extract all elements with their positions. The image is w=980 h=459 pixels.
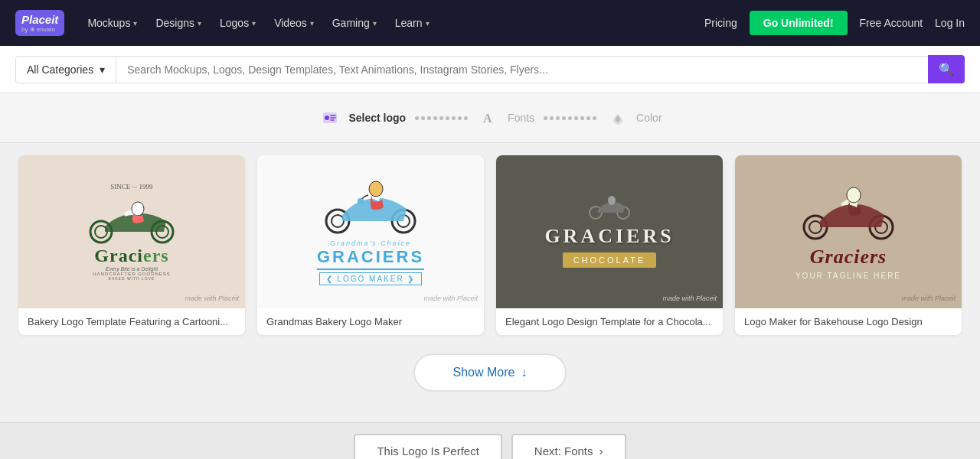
pricing-link[interactable]: Pricing [704,17,737,29]
chevron-down-icon: ▾ [426,19,430,28]
logo-subtext: by ⊕ envato [21,26,55,33]
card-image-3: GRACIERS CHOCOLATE made with Placeit [496,155,723,308]
chevron-down-icon: ▾ [133,19,137,28]
login-link[interactable]: Log In [935,17,965,29]
logo-text: Placeit [21,13,58,26]
nav-menu: Mockups ▾ Designs ▾ Logos ▾ Videos ▾ Gam… [80,11,698,35]
nav-item-learn[interactable]: Learn ▾ [387,11,437,35]
search-input-wrapper [116,56,928,83]
card-title-3: Elegant Logo Design Template for a Choco… [496,308,723,335]
logo[interactable]: Placeit by ⊕ envato [15,10,64,36]
search-bar: All Categories ▾ 🔍 [0,46,980,93]
chevron-right-icon: › [599,444,603,457]
search-icon: 🔍 [939,63,954,76]
nav-item-videos[interactable]: Videos ▾ [266,11,322,35]
svg-point-22 [847,187,861,203]
navbar: Placeit by ⊕ envato Mockups ▾ Designs ▾ … [0,0,980,46]
nav-item-mockups[interactable]: Mockups ▾ [80,11,145,35]
next-fonts-button[interactable]: Next: Fonts › [511,434,626,459]
nav-item-logos[interactable]: Logos ▾ [212,11,263,35]
svg-point-8 [132,202,144,216]
watermark-4: made with Placeit [901,295,956,302]
chevron-down-icon: ▾ [310,19,314,28]
chevron-down-icon: ▾ [252,19,256,28]
step-label-color: Color [636,112,662,124]
svg-point-1 [325,116,329,120]
card-4[interactable]: Graciers YOUR TAGLINE HERE made with Pla… [735,155,962,335]
show-more-area: Show More ↓ [18,353,962,392]
category-dropdown[interactable]: All Categories ▾ [15,56,116,83]
svg-point-13 [369,181,383,197]
svg-text:A: A [483,112,492,125]
step-label-fonts: Fonts [508,112,534,124]
chevron-down-icon: ▾ [198,19,201,28]
search-button[interactable]: 🔍 [928,55,965,83]
svg-point-19 [809,221,822,233]
this-logo-perfect-button[interactable]: This Logo Is Perfect [354,434,501,459]
card-1[interactable]: SINCE ··· 1999 [18,155,245,335]
step-dots-1 [415,116,468,120]
chevron-down-icon: ▾ [373,19,377,28]
go-unlimited-button[interactable]: Go Unlimited! [750,11,848,35]
down-arrow-icon: ↓ [521,366,527,379]
card-3[interactable]: GRACIERS CHOCOLATE made with Placeit Ele… [496,155,723,335]
main-content: SINCE ··· 1999 [0,143,980,422]
chevron-down-icon: ▾ [100,63,105,76]
card-title-4: Logo Maker for Bakehouse Logo Design [735,308,962,335]
card-image-1: SINCE ··· 1999 [18,155,245,308]
cards-grid: SINCE ··· 1999 [18,155,962,335]
step-color[interactable]: Color [606,106,662,130]
card-title-2: Grandmas Bakery Logo Maker [257,308,484,335]
nav-item-designs[interactable]: Designs ▾ [148,11,209,35]
card-image-2: Grandma's Choice GRACIERS ❮ LOGO MAKER ❯… [257,155,484,308]
free-account-link[interactable]: Free Account [860,17,923,29]
bottom-bar: This Logo Is Perfect Next: Fonts › [0,422,980,459]
svg-point-14 [358,198,364,204]
step-dots-2 [544,116,596,120]
steps-bar: Select logo A Fonts Color [0,93,980,143]
watermark-3: made with Placeit [662,295,717,302]
step-label-logo: Select logo [348,112,406,124]
step-fonts[interactable]: A Fonts [477,106,534,130]
step-select-logo[interactable]: Select logo [318,106,406,130]
svg-point-17 [608,196,616,205]
nav-item-gaming[interactable]: Gaming ▾ [325,11,384,35]
search-input[interactable] [116,56,928,83]
card-title-1: Bakery Logo Template Featuring a Cartoon… [18,308,245,335]
color-step-icon [606,106,630,130]
watermark-2: made with Placeit [423,295,478,302]
card-2[interactable]: Grandma's Choice GRACIERS ❮ LOGO MAKER ❯… [257,155,484,335]
nav-right: Pricing Go Unlimited! Free Account Log I… [704,11,965,35]
watermark-1: made with Placeit [185,295,239,302]
logo-step-icon [318,106,342,130]
card-image-4: Graciers YOUR TAGLINE HERE made with Pla… [735,155,962,308]
svg-point-10 [332,215,344,227]
show-more-button[interactable]: Show More ↓ [413,353,567,392]
fonts-step-icon: A [477,106,501,130]
